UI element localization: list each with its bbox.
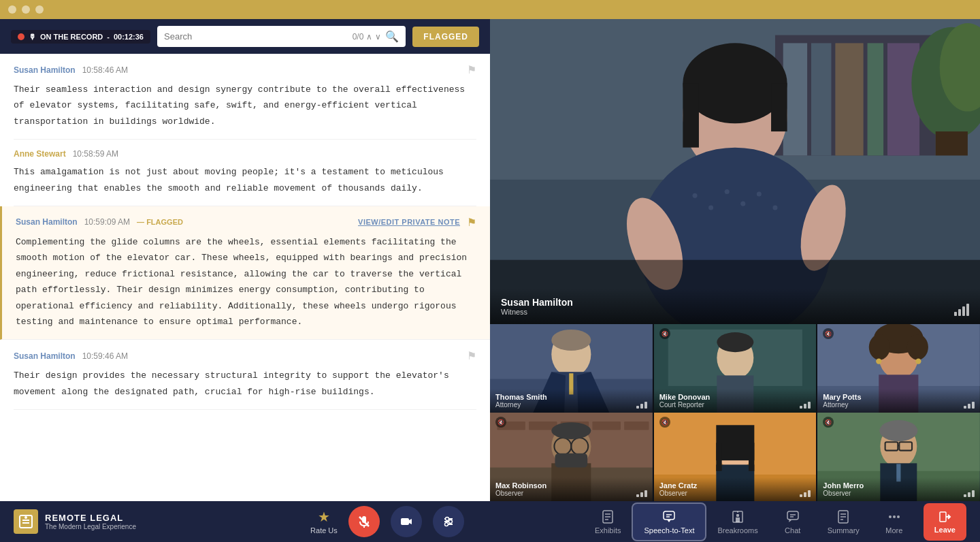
transcript-panel: 🎙 ON THE RECORD - 00:12:36 0/0 ∧ ∨ 🔍 FLA…: [0, 19, 490, 501]
speaker-name: Susan Hamilton: [14, 65, 76, 75]
flagged-button[interactable]: FLAGGED: [412, 27, 479, 47]
entry-meta: Susan Hamilton 10:59:09 AM — FLAGGED: [16, 217, 183, 227]
svg-rect-104: [787, 511, 798, 520]
speaker-name: Susan Hamilton: [14, 351, 76, 361]
mute-icon: 🔇: [659, 328, 670, 339]
thumb-mary-potts[interactable]: 🔇 Mary Potts Attorney: [817, 324, 980, 413]
entry-time: 10:59:09 AM: [84, 217, 130, 227]
search-box[interactable]: 0/0 ∧ ∨ 🔍: [157, 26, 406, 47]
signal-bars: [636, 402, 647, 409]
signal-bars: [954, 304, 969, 316]
svg-rect-5: [835, 43, 863, 155]
svg-point-90: [445, 517, 448, 521]
settings-icon: [442, 515, 455, 528]
entry-meta: Susan Hamilton 10:59:46 AM: [14, 351, 128, 361]
svg-point-81: [24, 516, 27, 519]
leave-icon: [938, 510, 951, 524]
search-count: 0/0 ∧ ∨: [353, 32, 382, 42]
thumb-overlay: Mary Potts Attorney: [817, 389, 980, 413]
window-dot-1[interactable]: [8, 5, 16, 14]
tab-speech-to-text[interactable]: Speech-to-Text: [632, 503, 706, 541]
entry-meta: Anne Stewart 10:58:59 AM: [14, 149, 118, 159]
thumb-john-merro[interactable]: 🔇 John Merro Observer: [817, 413, 980, 501]
svg-point-44: [869, 334, 890, 360]
svg-rect-14: [771, 83, 787, 131]
svg-rect-68: [749, 443, 754, 471]
svg-marker-86: [409, 519, 412, 524]
window-dot-2[interactable]: [22, 5, 30, 14]
tab-summary[interactable]: Summary: [817, 504, 870, 540]
leave-label: Leave: [934, 526, 956, 534]
thumb-jane-cratz[interactable]: 🔇 Jane Cratz Observer: [654, 413, 817, 501]
tab-exhibits[interactable]: Exhibits: [584, 504, 632, 540]
video-panel: Susan Hamilton Witness: [490, 19, 980, 501]
svg-rect-54: [624, 421, 649, 430]
thumb-max-robinson[interactable]: 🔇 Max Robinson Observer: [490, 413, 653, 501]
main-video-role: Witness: [501, 308, 573, 316]
chat-icon: [785, 509, 800, 524]
signal-bars: [964, 402, 975, 409]
record-label: ON THE RECORD: [40, 33, 103, 41]
brand-icon: [14, 509, 38, 534]
svg-rect-102: [736, 514, 739, 517]
more-icon: [887, 509, 902, 524]
svg-point-112: [893, 515, 896, 518]
tab-chat[interactable]: Chat: [769, 504, 817, 540]
thumb-label: Mary Potts Attorney: [823, 393, 861, 409]
brand-area: REMOTE LEGAL The Modern Legal Experience: [14, 509, 191, 534]
flag-icon[interactable]: ⚑: [467, 349, 476, 362]
settings-button[interactable]: [433, 506, 464, 537]
search-input[interactable]: [164, 31, 348, 42]
record-time: -: [107, 33, 110, 41]
entry-text: This amalgamation is not just about movi…: [14, 164, 476, 196]
svg-point-46: [876, 358, 881, 364]
flag-icon-active[interactable]: ⚑: [467, 216, 476, 229]
speech-to-text-icon: [662, 509, 676, 524]
svg-point-60: [551, 422, 591, 439]
tab-more-label: More: [885, 526, 902, 535]
brand-name: REMOTE LEGAL: [45, 513, 136, 523]
svg-rect-79: [22, 520, 29, 521]
svg-point-19: [725, 189, 730, 194]
entry-header: Susan Hamilton 10:59:09 AM — FLAGGED VIE…: [16, 216, 476, 229]
view-edit-link[interactable]: VIEW/EDIT PRIVATE NOTE: [358, 218, 460, 226]
mute-icon: 🔇: [495, 417, 506, 428]
tab-stt-label: Speech-to-Text: [644, 526, 694, 535]
main-video-label: Susan Hamilton Witness: [501, 297, 573, 316]
rate-us-button[interactable]: ★ Rate Us: [310, 509, 338, 535]
entry-header: Susan Hamilton 10:59:46 AM ⚑: [14, 349, 476, 362]
thumb-overlay: Jane Cratz Observer: [654, 477, 817, 501]
flagged-label: — FLAGGED: [137, 218, 183, 226]
camera-button[interactable]: [391, 506, 422, 537]
svg-point-92: [444, 523, 448, 526]
svg-rect-4: [811, 43, 831, 155]
record-timer: 00:12:36: [114, 33, 144, 41]
transcript-topbar: 🎙 ON THE RECORD - 00:12:36 0/0 ∧ ∨ 🔍 FLA…: [0, 19, 490, 54]
svg-rect-67: [716, 443, 721, 471]
signal-bars: [964, 490, 975, 497]
svg-point-20: [740, 202, 745, 206]
window-dot-3[interactable]: [35, 5, 44, 14]
speaker-name: Anne Stewart: [14, 149, 66, 159]
thumb-label: Thomas Smith Attorney: [495, 393, 547, 409]
mute-button[interactable]: [348, 506, 380, 537]
svg-point-91: [448, 520, 452, 524]
flagged-transcript-entry: Susan Hamilton 10:59:09 AM — FLAGGED VIE…: [0, 206, 490, 340]
leave-button[interactable]: Leave: [924, 503, 966, 541]
svg-point-21: [757, 191, 762, 196]
thumb-overlay: Max Robinson Observer: [490, 477, 653, 501]
tab-more[interactable]: More: [870, 504, 918, 540]
thumb-mike-donovan[interactable]: 🔇 Mike Donovan Court Reporter: [654, 324, 817, 413]
svg-rect-13: [683, 83, 699, 147]
title-bar: [0, 0, 980, 19]
svg-rect-101: [736, 517, 740, 522]
svg-rect-6: [868, 43, 884, 155]
main-video-feed: [490, 19, 980, 324]
tab-breakrooms[interactable]: Breakrooms: [706, 504, 768, 540]
thumb-thomas-smith[interactable]: 🔇 Thomas Smith Attorney: [490, 324, 653, 413]
thumb-label: Max Robinson Observer: [495, 481, 546, 497]
svg-rect-85: [401, 518, 409, 525]
svg-rect-10: [936, 131, 968, 155]
flag-icon[interactable]: ⚑: [467, 63, 476, 76]
summary-icon: [836, 509, 851, 524]
